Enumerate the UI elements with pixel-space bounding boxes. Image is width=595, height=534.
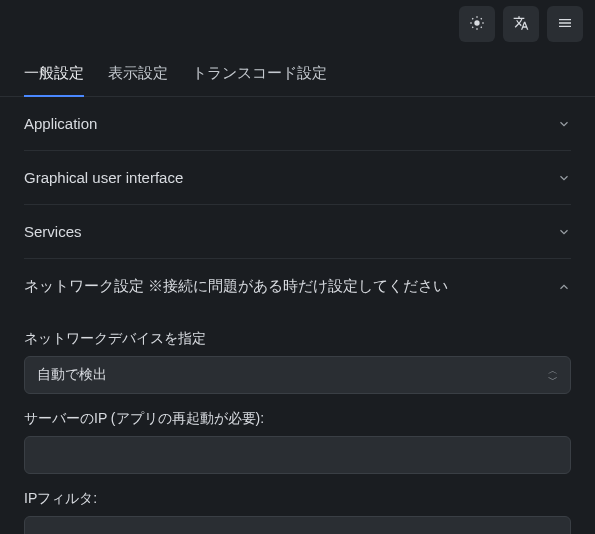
brightness-icon: [469, 15, 485, 34]
hamburger-icon: [557, 15, 573, 34]
section-network-title: ネットワーク設定 ※接続に問題がある時だけ設定してください: [24, 277, 448, 296]
section-application-header[interactable]: Application: [24, 97, 571, 150]
section-gui-header[interactable]: Graphical user interface: [24, 151, 571, 204]
server-ip-input[interactable]: [24, 436, 571, 474]
chevron-up-icon: [557, 280, 571, 294]
translate-icon: [513, 15, 529, 34]
section-network-body: ネットワークデバイスを指定 自動で検出 ︿﹀ サーバーのIP (アプリの再起動が…: [24, 330, 571, 534]
section-services-header[interactable]: Services: [24, 205, 571, 258]
chevron-down-icon: [557, 225, 571, 239]
tab-display[interactable]: 表示設定: [108, 64, 168, 96]
theme-toggle-button[interactable]: [459, 6, 495, 42]
server-ip-label: サーバーのIP (アプリの再起動が必要):: [24, 410, 571, 428]
network-device-value: 自動で検出: [37, 366, 107, 384]
chevron-down-icon: [557, 117, 571, 131]
network-device-select[interactable]: 自動で検出 ︿﹀: [24, 356, 571, 394]
section-gui-title: Graphical user interface: [24, 169, 183, 186]
tab-transcode[interactable]: トランスコード設定: [192, 64, 327, 96]
tab-general[interactable]: 一般設定: [24, 64, 84, 97]
svg-point-0: [474, 20, 479, 25]
ip-filter-label: IPフィルタ:: [24, 490, 571, 508]
select-caret-icon: ︿﹀: [548, 366, 558, 384]
network-device-label: ネットワークデバイスを指定: [24, 330, 571, 348]
section-application-title: Application: [24, 115, 97, 132]
language-button[interactable]: [503, 6, 539, 42]
menu-button[interactable]: [547, 6, 583, 42]
section-services-title: Services: [24, 223, 82, 240]
tab-bar: 一般設定 表示設定 トランスコード設定: [0, 48, 595, 97]
section-network-header[interactable]: ネットワーク設定 ※接続に問題がある時だけ設定してください: [24, 259, 571, 314]
chevron-down-icon: [557, 171, 571, 185]
ip-filter-input[interactable]: [24, 516, 571, 534]
